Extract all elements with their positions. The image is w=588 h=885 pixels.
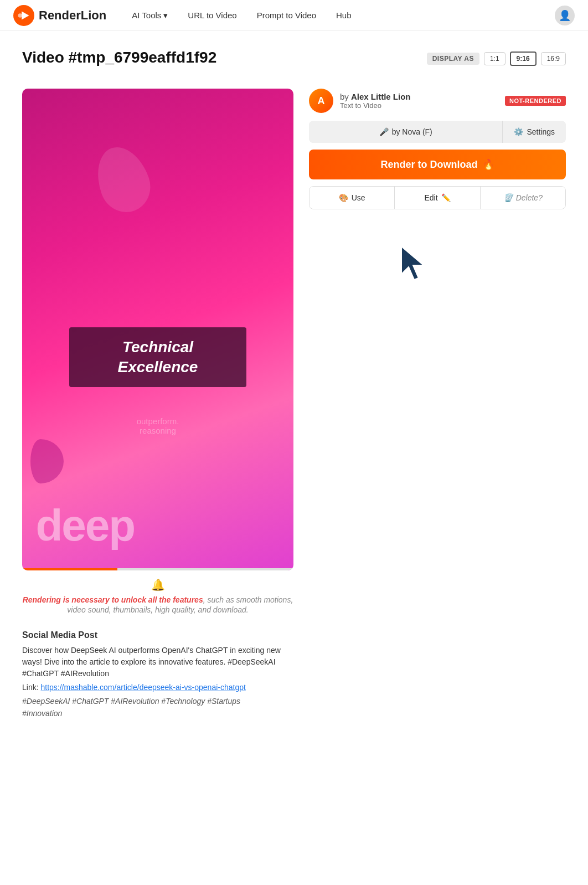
nav-hub[interactable]: Hub xyxy=(328,7,359,23)
voice-button[interactable]: 🎤 by Nova (F) xyxy=(309,121,502,143)
render-to-download-button[interactable]: Render to Download 🔥 xyxy=(309,150,566,179)
trash-icon: 🗑️ xyxy=(503,193,513,202)
delete-label: Delete? xyxy=(516,193,543,202)
social-section: Social Media Post Discover how DeepSeek … xyxy=(22,630,293,720)
ratio-9-16-button[interactable]: 9:16 xyxy=(510,52,537,66)
author-info: by Alex Little Lion Text to Video xyxy=(340,92,498,110)
nav-ai-tools[interactable]: AI Tools ▾ xyxy=(124,7,176,24)
author-subtitle: Text to Video xyxy=(340,101,498,110)
render-info-box: 🔔 Rendering is necessary to unlock all t… xyxy=(22,578,293,615)
video-thumbnail[interactable]: TechnicalExcellence outperform. reasonin… xyxy=(22,89,293,570)
settings-button[interactable]: ⚙️ Settings xyxy=(502,121,566,143)
title-display-row: Video #tmp_6799eaffd1f92 DISPLAY AS 1:1 … xyxy=(22,49,566,78)
navbar: RenderLion AI Tools ▾ URL to Video Promp… xyxy=(0,0,588,31)
nav-url-to-video[interactable]: URL to Video xyxy=(180,7,244,23)
logo-icon xyxy=(13,5,34,26)
social-title: Social Media Post xyxy=(22,630,293,640)
deep-text: deep xyxy=(36,500,135,551)
video-progress-bar xyxy=(22,568,293,570)
edit-label: Edit xyxy=(424,193,437,202)
main-content: Video #tmp_6799eaffd1f92 DISPLAY AS 1:1 … xyxy=(0,31,588,742)
decoration-blob-1 xyxy=(88,140,158,220)
use-button[interactable]: 🎨 Use xyxy=(310,187,394,209)
palette-icon: 🎨 xyxy=(339,193,348,202)
social-link-row: Link: https://mashable.com/article/deeps… xyxy=(22,683,293,692)
fire-icon: 🔥 xyxy=(482,158,494,171)
user-icon: 👤 xyxy=(559,9,571,22)
chevron-down-icon: ▾ xyxy=(163,11,168,20)
right-column: A by Alex Little Lion Text to Video NOT-… xyxy=(309,89,566,209)
video-title-text: TechnicalExcellence xyxy=(118,338,198,375)
page-title: Video #tmp_6799eaffd1f92 xyxy=(22,49,216,66)
ratio-1-1-button[interactable]: 1:1 xyxy=(484,52,506,65)
video-overlay-text: TechnicalExcellence xyxy=(69,327,246,388)
nav-prompt-to-video[interactable]: Prompt to Video xyxy=(249,7,324,23)
social-body: Discover how DeepSeek AI outperforms Ope… xyxy=(22,645,293,680)
delete-button[interactable]: 🗑️ Delete? xyxy=(480,187,565,209)
social-tags: #DeepSeekAI #ChatGPT #AIRevolution #Tech… xyxy=(22,695,293,720)
decoration-blob-2 xyxy=(30,439,64,483)
author-avatar: A xyxy=(309,89,333,113)
not-rendered-badge: NOT-RENDERED xyxy=(505,96,566,106)
display-as-row: DISPLAY AS 1:1 9:16 16:9 xyxy=(427,52,566,66)
microphone-icon: 🎤 xyxy=(379,127,389,136)
svg-point-2 xyxy=(18,13,23,18)
video-faint-text: outperform. reasoning xyxy=(137,416,179,435)
settings-label: Settings xyxy=(527,127,555,136)
use-label: Use xyxy=(352,193,365,202)
video-progress-fill xyxy=(22,568,117,570)
voice-settings-row: 🎤 by Nova (F) ⚙️ Settings xyxy=(309,121,566,143)
action-buttons-row: 🎨 Use Edit ✏️ 🗑️ Delete? xyxy=(309,186,566,209)
edit-icon: ✏️ xyxy=(441,193,451,202)
author-row: A by Alex Little Lion Text to Video NOT-… xyxy=(309,89,566,113)
display-as-label: DISPLAY AS xyxy=(427,53,479,65)
ratio-16-9-button[interactable]: 16:9 xyxy=(541,52,566,65)
edit-button[interactable]: Edit ✏️ xyxy=(394,187,479,209)
social-link[interactable]: https://mashable.com/article/deepseek-ai… xyxy=(40,683,245,692)
bell-icon: 🔔 xyxy=(22,578,293,591)
render-btn-label: Render to Download xyxy=(381,159,478,171)
author-name: by Alex Little Lion xyxy=(340,92,498,101)
render-warning-text: Rendering is necessary to unlock all the… xyxy=(22,595,293,615)
user-avatar-button[interactable]: 👤 xyxy=(555,6,575,25)
gear-icon: ⚙️ xyxy=(514,127,523,136)
video-column: TechnicalExcellence outperform. reasonin… xyxy=(22,89,293,720)
two-column-layout: TechnicalExcellence outperform. reasonin… xyxy=(22,89,566,720)
logo-text: RenderLion xyxy=(39,8,106,23)
voice-label: by Nova (F) xyxy=(392,127,432,136)
logo[interactable]: RenderLion xyxy=(13,5,106,26)
